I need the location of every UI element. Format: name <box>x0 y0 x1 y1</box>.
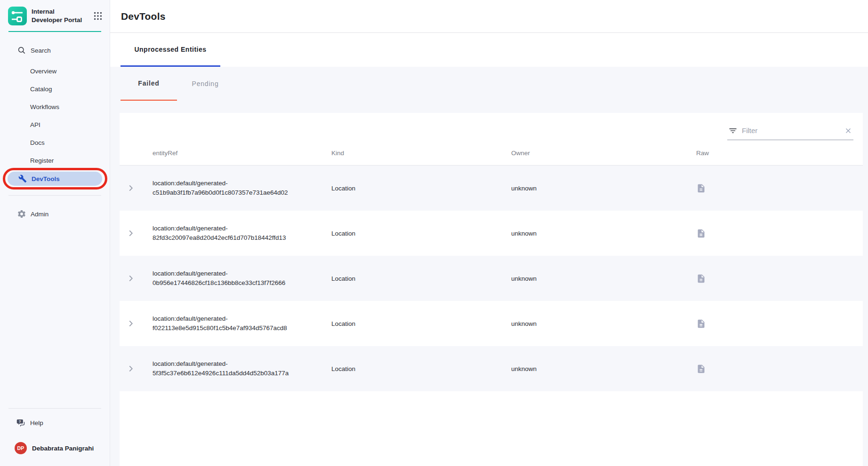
subtab-bar: Failed Pending <box>121 67 868 101</box>
entity-ref: location:default/generated-0b956e1744682… <box>153 269 313 287</box>
entity-owner: unknown <box>511 275 696 282</box>
table-row: location:default/generated-0b956e1744682… <box>120 256 863 301</box>
sidebar-item-devtools[interactable]: DevTools <box>8 172 102 186</box>
expand-row-chevron-icon[interactable] <box>126 363 136 374</box>
subtab-failed[interactable]: Failed <box>121 67 177 101</box>
clear-filter-icon[interactable] <box>844 126 852 135</box>
entity-owner: unknown <box>511 230 696 237</box>
entity-kind: Location <box>331 185 511 192</box>
sidebar-item-label: Search <box>31 47 51 54</box>
entity-owner: unknown <box>511 365 696 372</box>
column-header-kind: Kind <box>331 150 511 157</box>
expand-row-chevron-icon[interactable] <box>126 273 136 284</box>
raw-document-icon[interactable] <box>696 274 706 284</box>
help-label: Help <box>30 419 43 427</box>
search-icon <box>17 46 26 55</box>
sidebar-item-label: Overview <box>30 68 56 75</box>
raw-document-icon[interactable] <box>696 229 706 238</box>
sidebar-divider <box>8 195 101 196</box>
filter-input[interactable] <box>742 126 840 134</box>
expand-row-chevron-icon[interactable] <box>126 318 136 329</box>
entity-kind: Location <box>331 230 511 237</box>
app-window: Internal Developer Portal Search <box>0 0 868 466</box>
entities-table-card: entityRef Kind Owner Raw location:defaul… <box>120 113 863 466</box>
avatar: DP <box>15 442 27 454</box>
sidebar-item-label: Catalog <box>30 86 52 93</box>
sidebar-item-workflows[interactable]: Workflows <box>0 98 110 116</box>
expand-row-chevron-icon[interactable] <box>126 228 136 238</box>
apps-grid-icon[interactable] <box>93 11 103 21</box>
sidebar-item-label: Register <box>30 157 54 164</box>
help-chat-icon: ? <box>16 418 26 428</box>
sidebar-item-label: API <box>30 121 40 128</box>
filter-box <box>727 122 853 140</box>
svg-text:?: ? <box>19 419 21 424</box>
sidebar-bottom: ? Help DP Debabrata Panigrahi <box>0 399 110 466</box>
entity-ref: location:default/generated-5f3f5c37e6b61… <box>153 359 313 378</box>
table-row: location:default/generated-f022113e8e5d9… <box>120 301 863 346</box>
sidebar-nav: Search Overview Catalog Workflows API Do… <box>0 41 110 223</box>
sidebar-item-search[interactable]: Search <box>0 41 110 59</box>
gear-icon <box>17 209 26 219</box>
tab-unprocessed-entities[interactable]: Unprocessed Entities <box>121 33 220 67</box>
column-header-raw: Raw <box>696 150 863 157</box>
main-area: DevTools Unprocessed Entities Failed Pen… <box>110 0 868 466</box>
page-title: DevTools <box>121 11 166 22</box>
table-row: location:default/generated-82fd3c20097ea… <box>120 211 863 256</box>
table-row: location:default/generated-5f3f5c37e6b61… <box>120 346 863 391</box>
tab-bar: Unprocessed Entities <box>110 33 868 67</box>
entity-kind: Location <box>331 320 511 327</box>
logo-row[interactable]: Internal Developer Portal <box>0 0 110 25</box>
table-header-row: entityRef Kind Owner Raw <box>120 141 863 166</box>
expand-row-chevron-icon[interactable] <box>126 183 136 193</box>
entity-ref: location:default/generated-c51b9ab3f1fb7… <box>153 179 313 197</box>
sidebar-item-label: Workflows <box>30 103 59 111</box>
user-menu[interactable]: DP Debabrata Panigrahi <box>0 438 110 458</box>
sidebar-item-docs[interactable]: Docs <box>0 134 110 151</box>
sidebar-item-label: DevTools <box>32 175 60 182</box>
wrench-icon <box>18 174 27 183</box>
entity-owner: unknown <box>511 320 696 327</box>
raw-document-icon[interactable] <box>696 319 706 329</box>
sidebar-divider <box>8 408 101 409</box>
entity-owner: unknown <box>511 185 696 192</box>
table-toolbar <box>120 113 863 141</box>
raw-document-icon[interactable] <box>696 183 706 193</box>
sidebar-item-register[interactable]: Register <box>0 151 110 169</box>
entity-kind: Location <box>331 275 511 282</box>
entity-kind: Location <box>331 365 511 372</box>
sidebar-item-overview[interactable]: Overview <box>0 62 110 80</box>
sidebar-item-admin[interactable]: Admin <box>0 205 110 223</box>
sidebar-item-label: Docs <box>30 139 45 146</box>
column-header-owner: Owner <box>511 150 696 157</box>
raw-document-icon[interactable] <box>696 364 706 374</box>
table-row: location:default/generated-c51b9ab3f1fb7… <box>120 166 863 211</box>
page-header: DevTools <box>110 0 868 33</box>
portal-logo-icon <box>8 7 27 25</box>
sidebar-item-api[interactable]: API <box>0 116 110 134</box>
entity-ref: location:default/generated-82fd3c20097ea… <box>153 224 313 242</box>
entity-ref: location:default/generated-f022113e8e5d9… <box>153 314 313 332</box>
sidebar: Internal Developer Portal Search <box>0 0 110 466</box>
sidebar-item-label: Admin <box>31 211 48 218</box>
sidebar-brand-divider <box>8 31 101 32</box>
subtab-pending[interactable]: Pending <box>177 67 233 101</box>
sidebar-item-catalog[interactable]: Catalog <box>0 80 110 98</box>
sidebar-spacer <box>0 223 110 399</box>
column-header-entityref: entityRef <box>153 150 331 157</box>
user-name: Debabrata Panigrahi <box>32 445 94 452</box>
filter-list-icon <box>728 126 738 135</box>
help-button[interactable]: ? Help <box>0 413 110 432</box>
content-area: Failed Pending <box>110 67 868 466</box>
portal-title: Internal Developer Portal <box>32 8 84 24</box>
